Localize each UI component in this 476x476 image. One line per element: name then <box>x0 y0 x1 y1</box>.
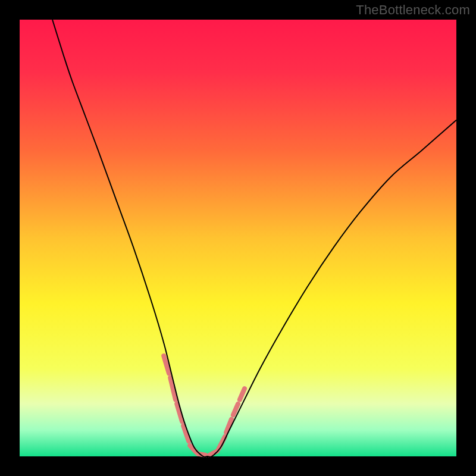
chart-root: TheBottleneck.com <box>0 0 476 476</box>
watermark-text: TheBottleneck.com <box>356 2 470 18</box>
bottleneck-chart <box>0 0 476 476</box>
plot-background <box>20 20 456 456</box>
